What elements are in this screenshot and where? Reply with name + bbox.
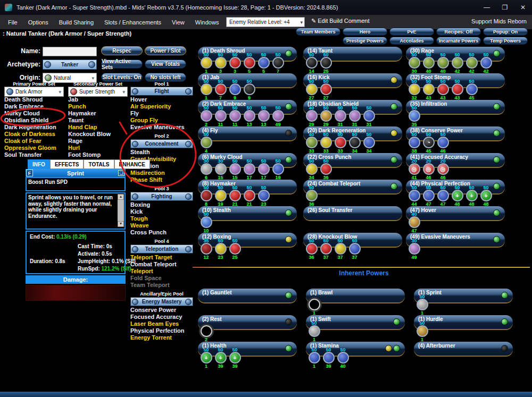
led-green-icon[interactable] <box>493 50 500 57</box>
enhancement-slot[interactable]: 5031 <box>333 106 347 126</box>
enhancement-slot[interactable]: 50+1 <box>199 348 213 368</box>
maximize-button[interactable]: ❐ <box>496 0 514 15</box>
enhancement-slot[interactable]: 5011 <box>228 106 242 126</box>
led-black-icon[interactable] <box>501 345 508 352</box>
enhancement-slot[interactable]: 5023 <box>256 185 271 206</box>
power-haymaker[interactable]: (8) Haymaker5085019502150215023 <box>198 180 302 206</box>
led-green-icon[interactable] <box>493 156 500 163</box>
enhancement-slot[interactable]: 20◎46 <box>421 159 436 180</box>
description-scrollbar[interactable]: ▲ ▼ <box>118 194 124 227</box>
power-physical-perfection[interactable]: (44) Physical Perfection50445047504750+4… <box>406 180 510 206</box>
enhancement-slot[interactable]: 5040 <box>436 53 450 73</box>
led-green-icon[interactable] <box>493 130 500 137</box>
power-death-shroud[interactable]: (1) Death Shroud501503503505505507 <box>198 47 302 73</box>
enhancement-slot[interactable]: 5014 <box>304 53 319 73</box>
support-mids-reborn-link[interactable]: Support Mids Reborn <box>471 18 527 24</box>
enhancement-slot[interactable]: 50◔45 <box>421 132 436 153</box>
enhancement-slot[interactable]: 504 <box>199 132 213 153</box>
enhancement-slot[interactable]: 50+48 <box>450 185 464 206</box>
power-list-item-dark-embrace[interactable]: Dark Embrace <box>4 103 64 109</box>
power-list-item-murky-cloud[interactable]: Murky Cloud <box>4 110 64 116</box>
led-yellow-icon[interactable] <box>390 77 397 83</box>
pool-icon-left[interactable] <box>132 299 138 305</box>
enhancement-slot[interactable]: 5046 <box>436 132 450 153</box>
enhancement-slot[interactable]: 4029 <box>304 106 319 126</box>
enhancement-slot[interactable]: 5034 <box>362 132 376 153</box>
led-green-icon[interactable] <box>493 183 500 190</box>
power-list-item-soul-transfer[interactable]: Soul Transfer <box>4 151 64 158</box>
power-stealth[interactable]: (10) Stealth5010 <box>198 206 302 233</box>
pool-icon-right[interactable] <box>185 141 192 147</box>
float-window-icon[interactable]: ❏ <box>118 170 124 176</box>
power-list-item-group-fly[interactable]: Group Fly <box>130 117 193 123</box>
enhancement-slot[interactable]: 501 <box>199 53 213 73</box>
power-list-item-misdirection[interactable]: Misdirection <box>130 170 193 176</box>
led-green-icon[interactable] <box>493 236 500 243</box>
enhancement-slot[interactable]: 2 <box>199 321 213 342</box>
led-green-icon[interactable] <box>285 156 292 163</box>
power-list-item-hand-clap[interactable]: Hand Clap <box>68 124 128 130</box>
enhancement-slot[interactable]: 5042 <box>450 53 464 73</box>
enhancement-slot[interactable]: 50+48 <box>479 185 493 206</box>
enhancement-slot[interactable]: 5010 <box>199 212 213 233</box>
pool-icon-left[interactable] <box>132 246 138 252</box>
power-taunt[interactable]: (14) Taunt50145025 <box>303 47 408 73</box>
top-button-accolades[interactable]: Accolades <box>389 37 434 45</box>
enhancement-slot[interactable]: 505 <box>256 53 271 73</box>
enhancement-slot[interactable]: 5042 <box>464 53 479 73</box>
enhancement-slot[interactable]: 5047 <box>436 185 450 206</box>
enhancement-slot[interactable]: 5015 <box>228 159 242 180</box>
led-green-icon[interactable] <box>493 209 500 216</box>
menu-item-slots-enhancements[interactable]: Slots / Enhancements <box>99 19 167 26</box>
enhancement-slot[interactable]: 501 <box>307 348 321 368</box>
menu-item-options[interactable]: Options <box>23 19 54 26</box>
power-health[interactable]: (1) Health50+150+3950+39 <box>198 342 302 368</box>
tab-info[interactable]: INFO <box>28 159 50 169</box>
enhancement-slot[interactable]: 5017 <box>242 159 256 180</box>
power-list-item-focused-accuracy[interactable]: Focused Accuracy <box>130 314 193 320</box>
power-fly[interactable]: (4) Fly504 <box>198 126 302 153</box>
power-list-item-cross-punch[interactable]: Cross Punch <box>130 229 193 235</box>
enhancement-slot[interactable]: 5029 <box>319 106 333 126</box>
pool-icon-left[interactable] <box>132 193 138 200</box>
power-list-item-cloak-of-darkness[interactable]: Cloak of Darkness <box>4 131 64 137</box>
power-list-item-haymaker[interactable]: Haymaker <box>68 110 128 116</box>
enhancement-slot[interactable]: 503 <box>228 53 242 73</box>
enhancement-slot[interactable]: 509 <box>242 79 256 100</box>
no-slots-left-button[interactable]: No slots left <box>145 73 186 82</box>
pool-header-energy-mastery[interactable]: Energy Mastery <box>130 297 193 306</box>
enhancement-slot[interactable]: 5019 <box>213 185 228 206</box>
enhancement-slot[interactable]: 5025 <box>319 53 333 73</box>
enhancement-slot[interactable]: 5040 <box>421 53 436 73</box>
power-dark-regeneration[interactable]: (20) Dark Regeneration403350335033503450… <box>303 126 408 153</box>
pool-icon-right[interactable] <box>185 193 192 200</box>
power-gauntlet[interactable]: (1) Gauntlet <box>198 289 302 315</box>
enhancement-slot[interactable]: 5019 <box>271 159 285 180</box>
power-list-item-teleport-target[interactable]: Teleport Target <box>130 254 193 260</box>
enhancement-slot[interactable]: 5034 <box>347 132 362 153</box>
enhancement-slot[interactable]: 5033 <box>319 132 333 153</box>
power-focused-accuracy[interactable]: (41) Focused Accuracy20◎4120◎4620◎46 <box>406 153 510 180</box>
led-green-icon[interactable] <box>393 318 400 325</box>
led-black-icon[interactable] <box>285 130 292 137</box>
power-list-item-death-shroud[interactable]: Death Shroud <box>4 96 64 103</box>
power-hover[interactable]: (47) Hover4047 <box>406 206 510 233</box>
enhancement-slot[interactable]: 507 <box>271 53 285 73</box>
top-button-prestige-powers[interactable]: Prestige Powers <box>343 37 387 45</box>
enhancement-slot[interactable]: 3015 <box>213 159 228 180</box>
archetype-selector[interactable]: Tanker <box>43 60 97 70</box>
secondary-powerset-dropdown[interactable]: Super Strength ▾ <box>68 87 128 97</box>
minimize-button[interactable]: — <box>478 0 496 15</box>
enhancement-slot[interactable]: 501 <box>199 79 213 100</box>
enhancement-slot[interactable]: 5037 <box>347 239 362 259</box>
top-button-team-members[interactable]: Team Members <box>296 28 340 36</box>
led-yellow-icon[interactable] <box>285 236 292 243</box>
led-green-icon[interactable] <box>501 292 508 299</box>
power-list-item-foot-stomp[interactable]: Foot Stomp <box>68 151 128 158</box>
enhancement-slot[interactable]: 306 <box>199 159 213 180</box>
power-rest[interactable]: (2) Rest2 <box>198 315 302 342</box>
enhancement-slot[interactable]: 5049 <box>271 106 285 126</box>
power-swift[interactable]: (1) Swift501 <box>306 315 410 342</box>
power-list-item-evasive-maneuvers[interactable]: Evasive Maneuvers <box>130 124 193 130</box>
enhancement-slot[interactable]: 5036 <box>304 185 319 206</box>
